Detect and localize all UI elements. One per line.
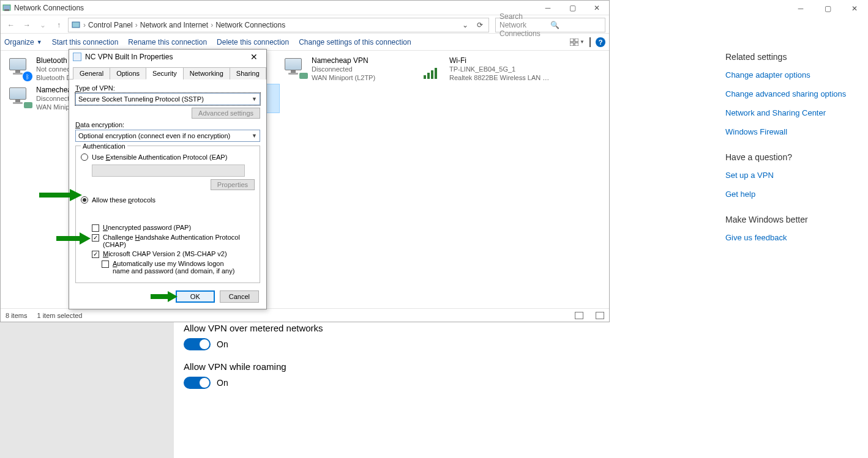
svg-rect-4 (575, 39, 578, 42)
ok-button[interactable]: OK (176, 290, 215, 303)
link-windows-firewall[interactable]: Windows Firewall (725, 127, 860, 136)
svg-marker-8 (70, 189, 82, 201)
link-network-sharing-center[interactable]: Network and Sharing Center (725, 108, 860, 117)
breadcrumb-segment[interactable]: Network Connections (215, 21, 285, 29)
settings-nav-background (0, 322, 174, 458)
vpn-toggles: Allow VPN over metered networks On Allow… (184, 323, 323, 400)
settings-maximize-button[interactable]: ▢ (814, 0, 841, 17)
connection-device: WAN Miniport (L2TP) (312, 73, 375, 82)
toggle-state: On (217, 378, 228, 388)
close-button[interactable]: ✕ (585, 1, 609, 15)
preview-pane-button[interactable] (589, 38, 591, 46)
toggle-label-metered: Allow VPN over metered networks (184, 323, 323, 333)
connection-name: Namecheap VPN (312, 56, 375, 65)
connection-icon (7, 86, 32, 111)
checkbox-icon (92, 234, 99, 242)
checkbox-mschap[interactable]: Microsoft CHAP Version 2 (MS-CHAP v2) (92, 250, 255, 258)
question-heading: Have a question? (725, 152, 860, 162)
connection-name: Wi-Fi (449, 56, 553, 65)
authentication-group: Authentication Use Extensible Authentica… (75, 146, 260, 283)
toggle-state: On (217, 339, 228, 349)
cmd-delete-connection[interactable]: Delete this connection (217, 38, 289, 46)
dialog-icon (73, 53, 81, 61)
maximize-button[interactable]: ▢ (560, 1, 585, 15)
connection-item[interactable]: Wi-FiTP-LINK_EB04_5G_1Realtek 8822BE Wir… (417, 54, 555, 84)
view-options-button[interactable]: ▼ (570, 39, 585, 46)
settings-window-controls: ─ ▢ ✕ (787, 0, 868, 17)
toggle-roaming[interactable] (184, 377, 211, 389)
nav-bar: ← → ⌄ ↑ › Control Panel › Network and In… (1, 17, 609, 34)
up-button[interactable]: ↑ (52, 18, 65, 32)
radio-allow-protocols[interactable]: Allow these protocols (81, 196, 255, 204)
properties-dialog: NC VPN Built In Properties ✕ General Opt… (69, 49, 267, 309)
organize-menu[interactable]: Organize ▼ (4, 38, 42, 46)
forward-button[interactable]: → (20, 18, 34, 32)
breadcrumb-segment[interactable]: Network and Internet (140, 21, 208, 29)
radio-icon (81, 153, 88, 161)
type-of-vpn-combo[interactable]: Secure Socket Tunneling Protocol (SSTP)▼ (75, 93, 260, 105)
svg-rect-11 (151, 294, 168, 299)
link-change-adapter[interactable]: Change adapter options (725, 70, 860, 79)
breadcrumb[interactable]: › Control Panel › Network and Internet ›… (68, 18, 489, 32)
checkbox-icon (102, 260, 109, 268)
large-icons-view-button[interactable] (596, 312, 604, 319)
dialog-close-button[interactable]: ✕ (245, 52, 263, 62)
chevron-down-icon: ▼ (37, 39, 42, 45)
item-count: 8 items (6, 312, 27, 319)
link-get-help[interactable]: Get help (725, 190, 860, 199)
svg-marker-10 (80, 232, 91, 245)
checkbox-icon (92, 224, 99, 232)
checkbox-pap[interactable]: Unencrypted password (PAP) (92, 224, 255, 232)
checkbox-auto-logon[interactable]: Automatically use my Windows logon name … (102, 260, 255, 275)
tab-networking[interactable]: Networking (183, 67, 230, 79)
cmd-start-connection[interactable]: Start this connection (52, 38, 119, 46)
refresh-button[interactable]: ⟳ (474, 21, 486, 29)
toggle-label-roaming: Allow VPN while roaming (184, 361, 323, 372)
svg-rect-2 (72, 22, 80, 28)
advanced-settings-button: Advanced settings (192, 108, 260, 119)
toggle-metered[interactable] (184, 338, 211, 350)
search-placeholder: Search Network Connections (499, 12, 550, 38)
connection-device: Realtek 8822BE Wireless LAN 802.... (449, 73, 553, 82)
type-of-vpn-label: Type of VPN: (75, 84, 260, 92)
back-button[interactable]: ← (4, 18, 18, 32)
annotation-arrow (56, 232, 91, 245)
recent-dropdown[interactable]: ⌄ (36, 18, 50, 32)
tab-security[interactable]: Security (146, 67, 184, 79)
cmd-change-settings[interactable]: Change settings of this connection (299, 38, 411, 46)
radio-eap[interactable]: Use Extensible Authentication Protocol (… (81, 153, 255, 161)
checkbox-chap[interactable]: Challenge Handshake Authentication Proto… (92, 234, 255, 248)
link-advanced-sharing[interactable]: Change advanced sharing options (725, 89, 860, 98)
connection-icon: ᛒ (7, 57, 32, 81)
svg-rect-6 (575, 43, 578, 46)
selection-count: 1 item selected (37, 312, 82, 319)
connection-icon (420, 57, 446, 81)
checkbox-icon (92, 251, 99, 258)
link-setup-vpn[interactable]: Set up a VPN (725, 171, 860, 180)
svg-marker-12 (168, 291, 178, 302)
chevron-right-icon: › (135, 21, 138, 29)
svg-rect-3 (570, 39, 574, 42)
dialog-body: Type of VPN: Secure Socket Tunneling Pro… (69, 79, 266, 288)
chevron-right-icon: › (83, 21, 86, 29)
help-button[interactable]: ? (596, 37, 605, 47)
cmd-rename-connection[interactable]: Rename this connection (128, 38, 207, 46)
search-input[interactable]: Search Network Connections 🔍 (495, 18, 605, 32)
data-encryption-combo[interactable]: Optional encryption (connect even if no … (75, 130, 260, 142)
tab-options[interactable]: Options (110, 67, 146, 79)
svg-rect-5 (570, 43, 574, 46)
tab-general[interactable]: General (73, 67, 110, 79)
dialog-footer: OK Cancel (176, 290, 259, 303)
search-icon: 🔍 (550, 21, 601, 29)
settings-close-button[interactable]: ✕ (841, 0, 868, 17)
breadcrumb-segment[interactable]: Control Panel (88, 21, 133, 29)
settings-minimize-button[interactable]: ─ (787, 0, 814, 17)
svg-rect-1 (4, 9, 9, 11)
connection-text: Wi-FiTP-LINK_EB04_5G_1Realtek 8822BE Wir… (449, 56, 553, 82)
details-view-button[interactable] (575, 312, 583, 319)
breadcrumb-dropdown[interactable]: ⌄ (459, 21, 471, 29)
link-feedback[interactable]: Give us feedback (725, 233, 860, 242)
cancel-button[interactable]: Cancel (220, 290, 259, 303)
connection-item[interactable]: Namecheap VPNDisconnectedWAN Miniport (L… (280, 54, 417, 84)
tab-sharing[interactable]: Sharing (230, 67, 266, 79)
